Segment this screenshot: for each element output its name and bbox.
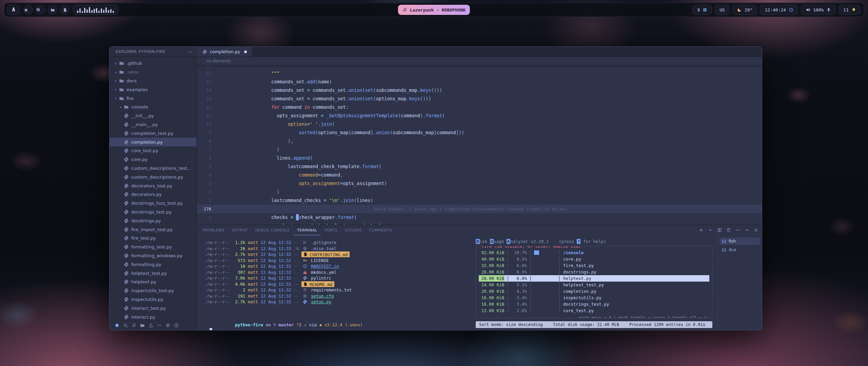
explorer-item[interactable]: formatting.py <box>110 260 197 269</box>
dua-entry-name: /console <box>563 249 584 256</box>
dua-row[interactable]: 16.00 KiB │ 3.4% │ │ docstrings_test.py <box>479 301 709 307</box>
recorder-icon[interactable]: ◉ <box>23 5 33 15</box>
share-icon[interactable] <box>149 323 153 328</box>
nix-icon[interactable]: N <box>36 5 45 15</box>
explorer-item[interactable]: interact.py <box>110 312 197 320</box>
volume-pill[interactable]: 100% <box>801 5 836 15</box>
panel-body: .rw-r--r-- 1.2k matt 12 Aug 12:32 -- .gi… <box>197 235 762 330</box>
explorer-item[interactable]: decorators.py <box>110 190 197 199</box>
dua-directory-box: fire (38 visible, 47 total, 468.00 KiB) … <box>476 246 712 318</box>
explorer-item[interactable]: docstrings_fuzz_test.py <box>110 199 197 208</box>
kill-terminal-icon[interactable] <box>726 228 731 232</box>
breadcrumb[interactable]: no elements <box>197 57 762 65</box>
explorer-item[interactable]: helptext.py <box>110 278 197 286</box>
now-playing-pill[interactable]: Lazerpunk - ROBOPHONK <box>398 5 470 15</box>
explorer-item[interactable]: ▸ examples <box>110 85 197 94</box>
file-size: 26 <box>230 246 245 252</box>
explorer-item[interactable]: custom_descriptions.py <box>110 172 197 181</box>
code-editor[interactable]: 17 """ 16 commands_set.add(name) <box>197 65 762 225</box>
clock-pill[interactable]: 12:40:24 <box>760 5 798 15</box>
dua-row[interactable]: 28.00 KiB │ 6.0% │ │ docstrings.py <box>479 269 709 275</box>
keyboard-layout-pill[interactable]: US <box>715 5 730 15</box>
explorer-item[interactable]: core.py <box>110 155 197 164</box>
explorer-item-label: fire_test.py <box>131 236 156 241</box>
terminal-session-item[interactable]: fish <box>719 238 760 245</box>
explorer-item[interactable]: formatting_test.py <box>110 243 197 251</box>
dua-title-row: Disk Usage Analyzer v2.29.2 (press ? for… <box>476 238 712 245</box>
explorer-item[interactable]: inspectutils_test.py <box>110 286 197 295</box>
explorer-item[interactable]: ▾ fire <box>110 94 197 103</box>
dua-row[interactable]: 40.00 KiB │ 8.5% │ │ core.py <box>479 256 709 262</box>
panel-tab[interactable]: DEBUG CONSOLE <box>251 225 293 235</box>
panel-tab[interactable]: COMMENTS <box>366 225 396 235</box>
explorer-item[interactable]: ▸ .github <box>110 59 197 68</box>
explorer-item[interactable]: __main__.py <box>110 120 197 129</box>
workspaces-pill[interactable]: 9 <box>692 5 712 15</box>
dua-row[interactable]: 92.00 KiB │ 19.7% │ │ /console <box>479 249 709 256</box>
folder-icon[interactable] <box>140 323 145 328</box>
explorer-item[interactable]: completion.py <box>110 138 197 146</box>
explorer-item[interactable]: formatting_windows.py <box>110 251 197 260</box>
dua-entry-name: inspectutils.py <box>563 294 601 301</box>
explorer-item[interactable]: ▸ console <box>110 103 197 111</box>
audio-visualizer[interactable] <box>73 5 118 15</box>
explorer-item-label: fire_import_test.py <box>131 227 173 232</box>
notes-icon[interactable] <box>60 5 70 15</box>
explorer-item[interactable]: ▸ docs <box>110 77 197 85</box>
more-actions-icon[interactable] <box>735 228 740 232</box>
terminal-profile-chevron-icon[interactable] <box>708 228 713 232</box>
dua-row[interactable]: 24.00 KiB │ 5.1% │ │ helptext_test.py <box>479 282 709 288</box>
explorer-item[interactable]: core_test.py <box>110 146 197 155</box>
modified-dot-icon[interactable] <box>244 50 247 53</box>
git-blame-annotation: David Bieber, 5 years ago • Completion e… <box>373 205 567 213</box>
explorer-item[interactable]: docstrings.py <box>110 216 197 225</box>
explorer-item[interactable]: interact_test.py <box>110 304 197 312</box>
explorer-item[interactable]: ▸ .venv <box>110 68 197 77</box>
panel-tab[interactable]: OUTPUT <box>228 225 251 235</box>
explorer-item[interactable]: helptext_test.py <box>110 269 197 278</box>
tab-completion-py[interactable]: completion.py <box>197 47 253 57</box>
explorer-more-icon[interactable] <box>188 49 193 54</box>
file-permissions: .rw-r--r-- <box>204 275 230 281</box>
dua-row[interactable]: 32.00 KiB │ 6.8% │ │ fire_test.py <box>479 262 709 269</box>
split-terminal-icon[interactable] <box>717 228 722 232</box>
dua-row[interactable]: 28.00 KiB │ 6.0% │ │ helptext.py <box>479 275 709 282</box>
file-flags: -- <box>294 269 301 276</box>
panel-tab[interactable]: PROBLEMS <box>199 225 228 235</box>
panel-tab[interactable]: GITLENS <box>341 225 366 235</box>
close-panel-icon[interactable] <box>754 228 758 232</box>
explorer-item[interactable]: fire_import_test.py <box>110 225 197 234</box>
explorer-item[interactable]: completion_test.py <box>110 129 197 138</box>
launcher-button[interactable]: A <box>7 5 20 15</box>
music-icon[interactable] <box>132 323 136 328</box>
shell-prompt-line[interactable]: › <box>204 328 468 330</box>
panel-tab[interactable]: PORTS <box>321 225 341 235</box>
settings-gear-icon[interactable] <box>165 323 170 328</box>
notifications-pill[interactable]: 11 <box>839 5 861 15</box>
file-flags: -- <box>294 275 301 281</box>
dua-row[interactable]: 12.00 KiB │ 2.6% │ │ core_test.py <box>479 307 709 314</box>
more-icon[interactable] <box>157 323 162 328</box>
explorer-item[interactable]: custom_descriptions_test... <box>110 164 197 173</box>
files-icon[interactable] <box>48 5 57 15</box>
explorer-item[interactable]: __init__.py <box>110 111 197 120</box>
panel-tab[interactable]: TERMINAL <box>293 225 321 235</box>
explorer-item[interactable]: inspectutils.py <box>110 295 197 304</box>
dua-pane[interactable]: Disk Usage Analyzer v2.29.2 (press ? for… <box>471 235 717 330</box>
terminal-pane[interactable]: .rw-r--r-- 1.2k matt 12 Aug 12:32 -- .gi… <box>197 235 471 330</box>
new-terminal-icon[interactable] <box>699 228 704 232</box>
explorer-item[interactable]: docstrings_test.py <box>110 208 197 217</box>
file-type-icon <box>124 201 129 206</box>
remote-icon[interactable] <box>115 323 119 328</box>
explorer-item[interactable]: fire_test.py <box>110 234 197 243</box>
dua-row[interactable]: 16.00 KiB │ 3.4% │ │ inspectutils.py <box>479 294 709 301</box>
terminal-session-item[interactable]: dua <box>719 246 760 253</box>
history-icon[interactable] <box>174 323 179 328</box>
explorer-item-label: docstrings_fuzz_test.py <box>131 201 183 206</box>
explorer-item-label: custom_descriptions_test... <box>131 166 191 171</box>
dua-row[interactable]: 20.00 KiB │ 4.3% │ │ completion.py <box>479 288 709 294</box>
explorer-item[interactable]: decorators_test.py <box>110 181 197 190</box>
weather-pill[interactable]: 29° <box>732 5 757 15</box>
search-icon[interactable] <box>123 323 128 328</box>
maximize-panel-icon[interactable] <box>745 228 749 232</box>
